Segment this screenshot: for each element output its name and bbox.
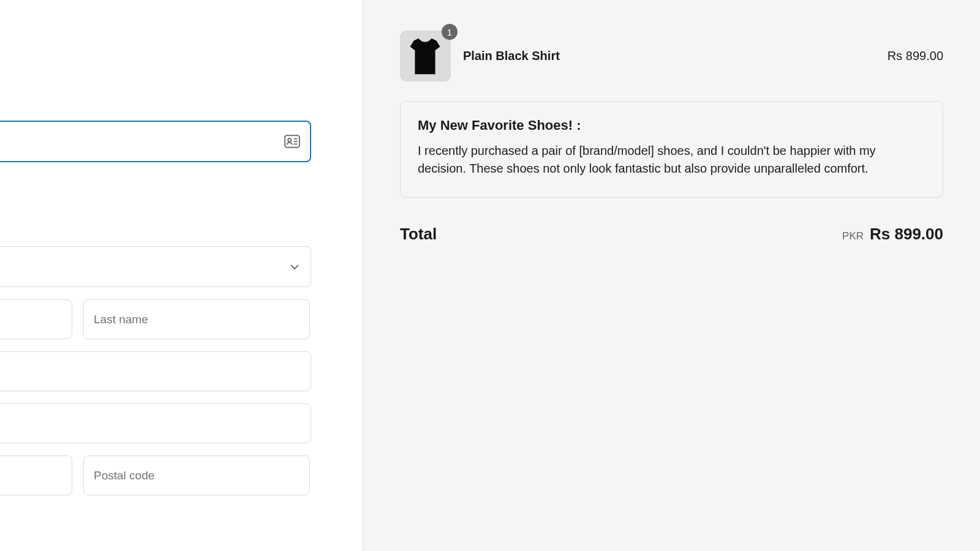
order-summary-pane: 1 Plain Black Shirt Rs 899.00 My New Fav… — [363, 0, 980, 551]
item-price: Rs 899.00 — [888, 49, 943, 63]
total-row: Total PKR Rs 899.00 — [400, 225, 943, 244]
cart-line-item: 1 Plain Black Shirt Rs 899.00 — [400, 31, 943, 81]
total-amount-wrap: PKR Rs 899.00 — [842, 225, 943, 244]
postal-code-field[interactable]: Postal code — [83, 455, 310, 495]
contact-input[interactable] — [0, 121, 311, 162]
shirt-image-icon — [401, 31, 450, 81]
item-thumbnail — [400, 31, 451, 81]
checkout-form-pane: sion t offers Last name nal) Postal cod — [0, 0, 363, 551]
city-field[interactable] — [0, 455, 72, 495]
contact-field-wrap — [0, 121, 311, 162]
postal-placeholder: Postal code — [94, 469, 154, 482]
review-card: My New Favorite Shoes! : I recently purc… — [400, 101, 943, 198]
contact-card-icon — [284, 135, 300, 148]
item-thumbnail-wrap: 1 — [400, 31, 451, 81]
city-postal-row: Postal code — [0, 455, 311, 495]
qty-badge: 1 — [442, 24, 458, 40]
address2-field[interactable]: nal) — [0, 403, 311, 443]
svg-point-1 — [288, 138, 291, 141]
item-name: Plain Black Shirt — [463, 49, 875, 63]
review-title: My New Favorite Shoes! : — [418, 118, 925, 133]
review-body: I recently purchased a pair of [brand/mo… — [418, 142, 925, 178]
total-amount: Rs 899.00 — [870, 225, 943, 244]
currency-code: PKR — [842, 230, 864, 242]
last-name-placeholder: Last name — [94, 313, 148, 326]
page-title: sion — [0, 22, 345, 50]
last-name-field[interactable]: Last name — [83, 299, 310, 339]
chevron-down-icon — [290, 264, 300, 270]
pane-divider — [363, 0, 363, 551]
offers-checkbox-label[interactable]: offers — [0, 174, 345, 188]
total-label: Total — [400, 225, 437, 244]
name-row: Last name — [0, 299, 311, 339]
page-subtitle: t — [0, 59, 345, 73]
country-select[interactable] — [0, 246, 311, 287]
first-name-field[interactable] — [0, 299, 72, 339]
address-field[interactable] — [0, 351, 311, 391]
